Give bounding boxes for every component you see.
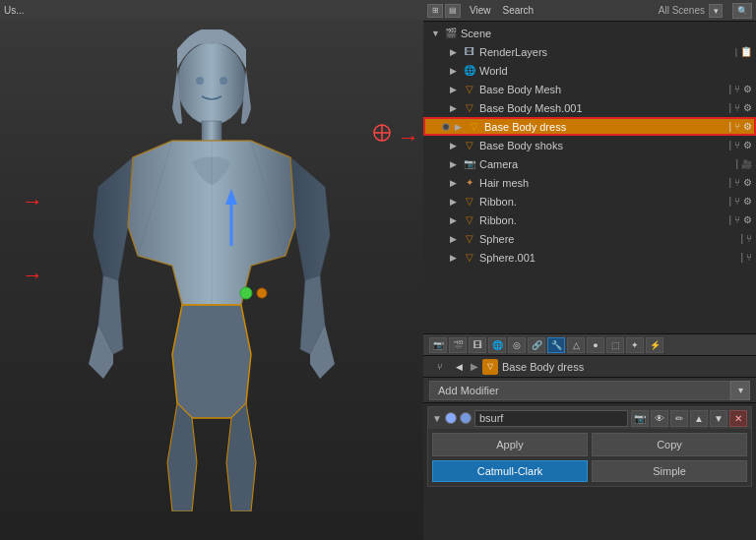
bbmesh-name: Base Body Mesh xyxy=(479,84,725,95)
modifier-edit-btn[interactable]: ✏ xyxy=(670,410,688,427)
camera-icon: 📷 xyxy=(463,157,476,171)
expand-bbdress[interactable]: ▶ xyxy=(455,122,465,132)
expand-camera[interactable]: ▶ xyxy=(450,159,460,169)
search-menu-btn[interactable]: Search xyxy=(500,5,537,16)
ribbon-gear-icon[interactable]: ⚙ xyxy=(743,196,752,207)
bbmesh-fork-icon[interactable]: ⑂ xyxy=(734,84,740,94)
bbdress-name: Base Body dress xyxy=(484,121,725,133)
prop-icon-render[interactable]: 🎬 xyxy=(449,337,467,353)
modifier-up-btn[interactable]: ▲ xyxy=(690,410,708,427)
tree-item-bbmesh[interactable]: ▶ ▽ Base Body Mesh | ⑂ ⚙ xyxy=(423,80,756,98)
modifier-eye-btn[interactable]: 👁 xyxy=(651,410,668,427)
bbdress-fork-icon[interactable]: ⑂ xyxy=(734,121,740,132)
bbdress-tools: | ⑂ ⚙ xyxy=(728,121,752,132)
modifier-dot-render[interactable] xyxy=(445,412,457,424)
tree-item-ribbon[interactable]: ▶ ▽ Ribbon. | ⑂ ⚙ xyxy=(423,192,756,210)
bbmesh001-gear-icon[interactable]: ⚙ xyxy=(743,102,752,113)
add-modifier-row: Add Modifier ▾ xyxy=(423,378,756,403)
bbshoks-tools: | ⑂ ⚙ xyxy=(728,140,752,150)
modifier-close-btn[interactable]: ✕ xyxy=(729,410,747,427)
bbmesh001-fork-icon[interactable]: ⑂ xyxy=(734,102,740,113)
expand-bbmesh[interactable]: ▶ xyxy=(450,85,460,94)
apply-button[interactable]: Apply xyxy=(432,433,588,456)
tree-item-hair[interactable]: ▶ ✦ Hair mesh | ⑂ ⚙ xyxy=(423,173,756,192)
camera-name: Camera xyxy=(479,158,732,170)
tree-item-sphere001[interactable]: ▶ ▽ Sphere.001 | ⑂ xyxy=(423,248,756,267)
search-icon[interactable]: 🔍 xyxy=(732,3,752,19)
prop-icon-obj[interactable]: ◎ xyxy=(508,337,526,353)
prop-icon-world[interactable]: 🌐 xyxy=(488,337,506,353)
expand-world[interactable]: ▶ xyxy=(450,66,460,76)
prop-icon-material[interactable]: ● xyxy=(587,337,604,353)
modifier-down-btn[interactable]: ▼ xyxy=(710,410,727,427)
expand-hair[interactable]: ▶ xyxy=(450,178,460,188)
expand-sphere[interactable]: ▶ xyxy=(450,234,460,244)
tree-item-camera[interactable]: ▶ 📷 Camera | 🎥 xyxy=(423,154,756,173)
bbshoks-icon: ▽ xyxy=(463,139,476,152)
prop-icon-constraints[interactable]: 🔗 xyxy=(528,337,545,353)
ribbon2-gear-icon[interactable]: ⚙ xyxy=(743,214,752,225)
ribbon2-name: Ribbon. xyxy=(479,214,725,226)
ribbon-icon: ▽ xyxy=(463,195,476,209)
add-modifier-btn[interactable]: Add Modifier xyxy=(429,381,730,400)
sphere001-tools: | ⑂ xyxy=(740,252,752,263)
ribbon-fork-icon[interactable]: ⑂ xyxy=(734,196,740,207)
svg-point-0 xyxy=(177,42,246,125)
prop-icon-particles[interactable]: ✦ xyxy=(626,337,644,353)
ribbon2-icon: ▽ xyxy=(463,213,476,227)
prop-icon-physics[interactable]: ⚡ xyxy=(646,337,663,353)
modifier-name-input[interactable] xyxy=(474,410,628,427)
sphere-name: Sphere xyxy=(479,233,737,245)
modifier-dot-edit[interactable] xyxy=(460,412,472,424)
camera-sm-icon[interactable]: 🎥 xyxy=(741,159,752,169)
expand-renderlayers[interactable]: ▶ xyxy=(450,47,460,57)
bbdress-icon: ▽ xyxy=(468,120,481,134)
prop-icon-scene[interactable]: 🎞 xyxy=(469,337,486,353)
tree-item-ribbon2[interactable]: ▶ ▽ Ribbon. | ⑂ ⚙ xyxy=(423,210,756,229)
modifier-camera-btn[interactable]: 📷 xyxy=(631,410,649,427)
bbmesh-gear-icon[interactable]: ⚙ xyxy=(743,84,752,94)
tree-item-bbdress[interactable]: ▶ ▽ Base Body dress | ⑂ ⚙ xyxy=(423,117,756,136)
outliner-icon-2[interactable]: ▤ xyxy=(445,4,461,18)
tree-item-sphere[interactable]: ▶ ▽ Sphere | ⑂ xyxy=(423,229,756,248)
viewport-header: Us... xyxy=(0,0,423,20)
bbshoks-gear-icon[interactable]: ⚙ xyxy=(743,140,752,150)
modifier-expand-arrow[interactable]: ▼ xyxy=(432,413,442,424)
breadcrumb-nav2-icon[interactable]: ◀ xyxy=(451,360,467,374)
outliner-icon-1[interactable]: ⊞ xyxy=(427,4,443,18)
sphere001-fork-icon[interactable]: ⑂ xyxy=(746,252,752,263)
prop-icon-camera[interactable]: 📷 xyxy=(429,337,447,353)
expand-ribbon[interactable]: ▶ xyxy=(450,197,460,207)
scenes-dropdown-btn[interactable]: ▾ xyxy=(709,4,723,18)
bbshoks-fork-icon[interactable]: ⑂ xyxy=(734,140,740,150)
tree-item-bbmesh001[interactable]: ▶ ▽ Base Body Mesh.001 | ⑂ ⚙ xyxy=(423,98,756,117)
view-menu-btn[interactable]: View xyxy=(467,5,494,16)
expand-scene[interactable]: ▼ xyxy=(431,29,441,38)
tree-item-bbshoks[interactable]: ▶ ▽ Base Body shoks | ⑂ ⚙ xyxy=(423,136,756,154)
prop-icon-modifier[interactable]: 🔧 xyxy=(547,337,565,353)
tree-item-renderlayers[interactable]: ▶ 🎞 RenderLayers | 📋 xyxy=(423,42,756,61)
bbdress-gear-icon[interactable]: ⚙ xyxy=(743,121,752,132)
copy-button[interactable]: Copy xyxy=(592,433,747,456)
simple-btn[interactable]: Simple xyxy=(592,460,747,482)
hair-gear-icon[interactable]: ⚙ xyxy=(743,177,752,188)
subdivision-type-row: Catmull-Clark Simple xyxy=(428,460,751,486)
breadcrumb-nav-icon[interactable]: ⑂ xyxy=(431,360,447,374)
sphere-fork-icon[interactable]: ⑂ xyxy=(746,233,752,244)
ribbon2-fork-icon[interactable]: ⑂ xyxy=(734,214,740,225)
tree-item-world[interactable]: ▶ 🌐 World xyxy=(423,61,756,80)
hair-fork-icon[interactable]: ⑂ xyxy=(734,177,740,188)
bbd-dot[interactable] xyxy=(442,123,450,131)
add-modifier-dropdown[interactable]: ▾ xyxy=(730,381,750,400)
right-panel: ⊞ ▤ View Search All Scenes ▾ 🔍 ▼ 🎬 Scene xyxy=(423,0,756,540)
tree-item-scene[interactable]: ▼ 🎬 Scene xyxy=(423,24,756,42)
expand-sphere001[interactable]: ▶ xyxy=(450,253,460,263)
renderlayers-copy-icon[interactable]: 📋 xyxy=(740,46,752,57)
catmull-clark-btn[interactable]: Catmull-Clark xyxy=(432,460,588,482)
prop-icon-texture[interactable]: ⬚ xyxy=(606,337,624,353)
viewport-3d[interactable]: Us... xyxy=(0,0,423,540)
expand-bbshoks[interactable]: ▶ xyxy=(450,141,460,150)
expand-ribbon2[interactable]: ▶ xyxy=(450,215,460,225)
expand-bbmesh001[interactable]: ▶ xyxy=(450,103,460,113)
prop-icon-data[interactable]: △ xyxy=(567,337,585,353)
